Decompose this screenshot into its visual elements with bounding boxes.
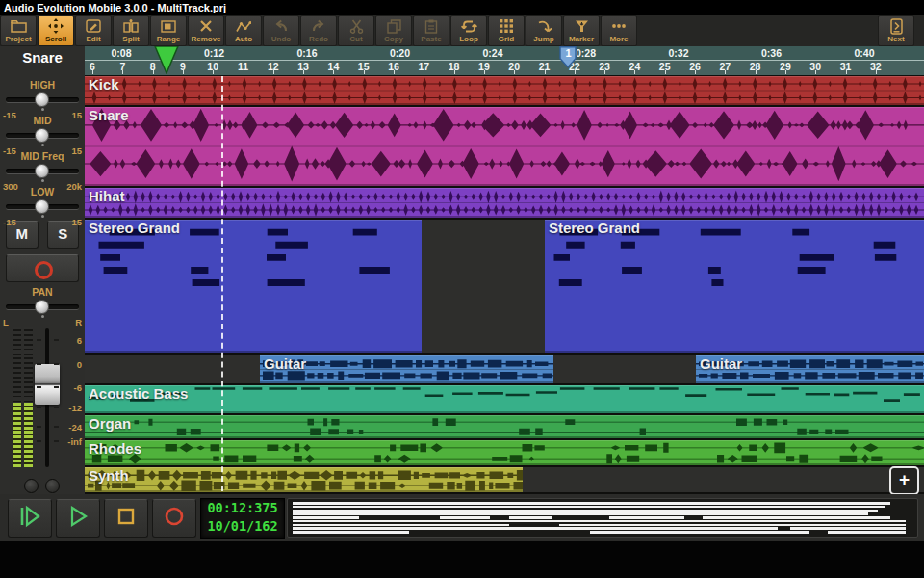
- undo-icon: [273, 19, 289, 34]
- overview-clip-bar: [703, 516, 890, 519]
- fader-scale-label: -inf: [67, 436, 82, 447]
- volume-fader-handle[interactable]: [35, 364, 60, 405]
- overview-clip-bar: [293, 516, 358, 519]
- track-lane-acoustic-bass: Acoustic Bass: [85, 385, 924, 413]
- strip-indicator-1: [24, 479, 38, 493]
- toolbar-button-range[interactable]: Range: [150, 15, 187, 46]
- add-track-button[interactable]: +: [889, 466, 919, 495]
- fader-tick-mark: [54, 363, 59, 365]
- slider-thumb[interactable]: [35, 300, 49, 314]
- clip-stereo-grand-2[interactable]: Stereo Grand: [545, 220, 924, 353]
- clip-snare-1[interactable]: Snare: [85, 107, 924, 186]
- timeline-marker-1[interactable]: 1: [559, 46, 578, 72]
- bar-tick-mark: [514, 70, 515, 74]
- paste-icon: [424, 19, 438, 34]
- fader-tick-mark: [54, 339, 59, 341]
- toolbar-button-remove[interactable]: Remove: [188, 15, 224, 46]
- clip-stereo-grand-1[interactable]: Stereo Grand: [85, 220, 422, 353]
- toolbar-button-grid[interactable]: Grid: [488, 15, 525, 46]
- toolbar-button-project[interactable]: Project: [0, 15, 37, 46]
- folder-icon: [11, 19, 27, 34]
- record-button[interactable]: [152, 499, 196, 538]
- toolbar-button-next[interactable]: Next: [878, 15, 914, 46]
- bar-tick-mark: [213, 70, 214, 74]
- time-tick-label: 0:08: [111, 47, 131, 59]
- toolbar-button-copy[interactable]: Copy: [375, 15, 412, 46]
- clip-label: Guitar: [264, 355, 306, 372]
- bar-tick-mark: [122, 70, 123, 74]
- toolbar-button-label: Auto: [235, 35, 252, 43]
- stop-button[interactable]: [104, 499, 148, 538]
- playhead-marker[interactable]: [154, 46, 179, 78]
- toolbar-button-jump[interactable]: Jump: [526, 15, 562, 46]
- toolbar-button-more[interactable]: More: [601, 15, 637, 46]
- pan-slider[interactable]: [6, 300, 79, 314]
- clip-acoustic-bass-1[interactable]: Acoustic Bass: [85, 385, 924, 413]
- marker-number: 1: [565, 47, 571, 59]
- track-lane-guitar: GuitarGuitar: [85, 355, 924, 383]
- clip-rhodes-1[interactable]: Rhodes: [85, 440, 924, 465]
- track-lane-synth: Synth: [85, 467, 924, 492]
- slider-center-dot: [41, 144, 44, 146]
- bar-tick-mark: [846, 70, 847, 74]
- toolbar-button-undo[interactable]: Undo: [263, 15, 299, 46]
- bar-tick-mark: [484, 70, 485, 74]
- clip-kick-1[interactable]: Kick: [85, 76, 924, 105]
- eq-low-slider[interactable]: [6, 199, 79, 214]
- slider-thumb[interactable]: [35, 92, 49, 107]
- track-lane-stereo-grand: Stereo GrandStereo Grand: [85, 220, 924, 353]
- play-button[interactable]: [56, 499, 100, 538]
- clip-synth-1[interactable]: Synth: [85, 467, 523, 492]
- toolbar-button-label: Next: [887, 35, 904, 43]
- overview-clip-bar: [609, 516, 684, 519]
- loop-icon: [461, 19, 477, 34]
- level-meter-left: [13, 327, 21, 467]
- copy-icon: [387, 19, 401, 34]
- skip-start-button[interactable]: [8, 499, 52, 538]
- toolbar-button-edit[interactable]: Edit: [75, 15, 112, 46]
- clip-hihat-1[interactable]: Hihat: [85, 188, 924, 218]
- overview-clip-bar: [509, 516, 553, 519]
- overview-clip-bar: [293, 531, 408, 534]
- clip-label: Organ: [89, 415, 131, 432]
- slider-center-dot: [41, 108, 44, 111]
- toolbar-button-cut[interactable]: Cut: [338, 15, 374, 46]
- slider-thumb[interactable]: [35, 164, 49, 178]
- overview-clip-bar: [790, 527, 906, 530]
- bar-tick-mark: [876, 70, 877, 74]
- arm-record-button[interactable]: [6, 254, 79, 282]
- toolbar-button-redo[interactable]: Redo: [300, 15, 337, 46]
- toolbar-button-scroll[interactable]: Scroll: [38, 15, 74, 46]
- toolbar-button-label: Redo: [309, 35, 328, 43]
- bar-tick-mark: [725, 70, 726, 74]
- bar-tick-mark: [695, 70, 696, 74]
- pan-group: PANLR: [0, 286, 85, 328]
- eq-mid-freq-label: MID Freq: [0, 150, 85, 162]
- track-lane-organ: Organ: [85, 415, 924, 438]
- split-icon: [123, 19, 139, 34]
- slider-thumb[interactable]: [35, 199, 49, 214]
- toolbar-button-paste[interactable]: Paste: [413, 15, 449, 46]
- toolbar-button-auto[interactable]: Auto: [225, 15, 262, 46]
- overview-clip-bar: [293, 510, 878, 512]
- clip-guitar-1[interactable]: Guitar: [260, 355, 553, 383]
- slider-thumb[interactable]: [35, 128, 49, 143]
- eq-mid-freq-slider[interactable]: [6, 164, 79, 178]
- project-overview-inner: [290, 501, 915, 535]
- toolbar-button-marker[interactable]: Marker: [563, 15, 600, 46]
- time-tick-label: 0:32: [668, 47, 688, 59]
- clip-guitar-2[interactable]: Guitar: [696, 355, 924, 383]
- eq-high-slider[interactable]: [6, 92, 79, 107]
- toolbar-button-split[interactable]: Split: [113, 15, 149, 46]
- timeline-ruler[interactable]: 0:080:120:160:200:240:280:320:360:406789…: [85, 46, 924, 75]
- eq-mid-slider[interactable]: [6, 128, 79, 143]
- more-icon: [611, 19, 627, 34]
- bar-tick-mark: [394, 70, 395, 74]
- time-tick-label: 0:12: [204, 47, 224, 59]
- toolbar-button-loop[interactable]: Loop: [450, 15, 487, 46]
- toolbar-button-label: Remove: [191, 35, 220, 43]
- clip-organ-1[interactable]: Organ: [85, 415, 924, 438]
- project-overview[interactable]: [287, 498, 918, 538]
- eq-high-label: HIGH: [0, 79, 85, 91]
- clip-label: Snare: [89, 107, 129, 123]
